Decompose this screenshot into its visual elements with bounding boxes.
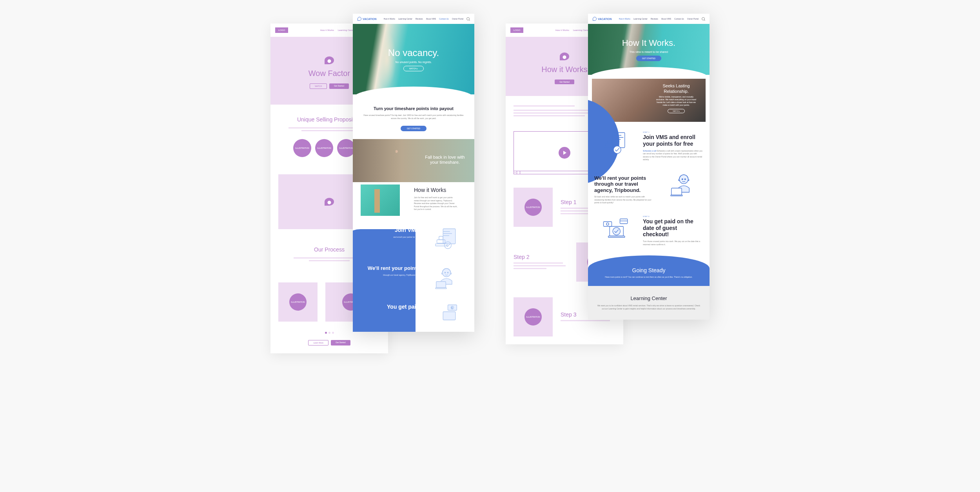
play-icon[interactable] [559, 147, 570, 159]
text-line [514, 262, 563, 264]
mk-nav: VACATION How it Works Learning Center Re… [353, 14, 474, 24]
seeks-body: We're nimble, transparent, and mutually … [655, 96, 698, 107]
text-line [514, 268, 546, 269]
step-body: and enroll your points for free. [359, 236, 419, 239]
nav-item[interactable]: How it Works [619, 18, 630, 20]
get-started-button[interactable]: Get Started [329, 83, 349, 89]
step-label: Step 2 [514, 254, 568, 260]
text-line [514, 112, 600, 114]
step-title: You get paid [359, 304, 419, 310]
nav-item[interactable]: Owner Portal [687, 18, 699, 20]
mk-nav-links: How it Works Learning Center Reviews Abo… [619, 17, 705, 20]
hiw-desc: Join for free and we'll work to get your… [414, 196, 459, 211]
svg-rect-3 [436, 244, 447, 246]
svg-rect-8 [436, 282, 446, 288]
svg-rect-24 [604, 222, 612, 226]
dot-icon[interactable] [325, 332, 327, 334]
step-row: You get paid $ [353, 297, 474, 332]
step-title: Join VMS and enroll your points for free [643, 134, 703, 147]
nav-item[interactable]: Reviews [651, 18, 658, 20]
get-started-button[interactable]: Get Started [331, 340, 350, 345]
wf-footer-btns: Learn More Get Started [270, 336, 388, 353]
mk-logo[interactable]: VACATION [358, 17, 377, 21]
dot-icon[interactable] [332, 332, 334, 334]
svg-rect-22 [671, 188, 682, 195]
nav-item[interactable]: How it Works [384, 18, 395, 20]
hiw-title: How it Works [414, 187, 459, 193]
mk-logo[interactable]: VACATION [593, 17, 612, 21]
svg-rect-29 [608, 236, 625, 237]
search-icon[interactable] [466, 17, 470, 20]
step-row: Join VMS and enroll your points for free… [353, 221, 474, 259]
step-row: STEP 1 Join VMS and enroll your points f… [588, 126, 710, 167]
mockup-home: VACATION How it Works Learning Center Re… [353, 14, 474, 332]
photo-overlay-text: Fall back in love withyour timeshare. [423, 155, 466, 166]
step-row: STEP 3 You get paid on the date of guest… [588, 210, 710, 251]
nav-item[interactable]: About VMS [661, 18, 671, 20]
illustration-placeholder: ILLUSTRATION [315, 139, 333, 157]
wf-nav-item[interactable]: Learning Center [338, 29, 355, 31]
line-2: your timeshare. [430, 160, 460, 165]
step-body: Sit back and relax while we work to matc… [594, 195, 655, 204]
steady-title: Going Steady [596, 267, 702, 273]
mockup-how: VACATION How it Works Learning Center Re… [588, 14, 710, 320]
wf-nav-item[interactable]: How it Works [320, 29, 334, 31]
step-text: We'll rent your points through our trave… [359, 264, 419, 277]
usp-desc: Have unused timeshare points? No big dea… [361, 114, 466, 120]
step-label: STEP 1 [643, 131, 703, 133]
nav-item[interactable]: Reviews [416, 18, 423, 20]
money-icon: $ [425, 303, 468, 330]
wf-thumb: ILLUSTRATION [514, 297, 553, 336]
steady-body: Have more points to rent? You can contin… [596, 276, 702, 278]
nav-item[interactable]: Owner Portal [452, 18, 463, 20]
get-started-button[interactable]: Get Started [555, 80, 574, 84]
mk-couple-photo: Fall back in love withyour timeshare. [353, 139, 474, 182]
seeks-text: Seeks Lasting Relationship. We're nimble… [655, 83, 698, 113]
watch-button[interactable]: WATCH ▸ [403, 66, 424, 71]
dot-icon[interactable] [328, 332, 330, 334]
nav-item[interactable]: Learning Center [398, 18, 412, 20]
step-title: You get paid on the date of guest checko… [643, 218, 703, 238]
svg-point-7 [447, 272, 448, 273]
step-text: STEP 2 We'll rent your points through ou… [594, 172, 655, 204]
watch-button[interactable]: WATCH [310, 83, 327, 89]
wf-nav-item[interactable]: Learning Center [573, 29, 590, 31]
learning-center-section: Learning Center We want you to be confid… [588, 286, 710, 320]
step-text: STEP 3 You get paid on the date of guest… [643, 215, 703, 246]
illustration-placeholder: ILLUSTRATION [524, 308, 542, 326]
stamp-icon [425, 226, 468, 253]
schedule-link[interactable]: Schedule a call [643, 150, 656, 152]
seeks-title: Seeks Lasting Relationship. [655, 83, 698, 94]
step-row: STEP 2 We'll rent your points through ou… [588, 167, 710, 210]
step-body: Turn those unused points into cash. We p… [643, 240, 703, 246]
svg-text:$: $ [451, 306, 453, 309]
nav-item[interactable]: About VMS [426, 18, 436, 20]
mk-nav-links: How it Works Learning Center Reviews Abo… [384, 17, 470, 20]
learn-more-button[interactable]: Learn More [308, 340, 328, 345]
hero-title: No vacancy. [388, 47, 439, 58]
going-steady-section: Going Steady Have more points to rent? Y… [588, 255, 710, 286]
step-text: STEP 1 Join VMS and enroll your points f… [643, 131, 703, 161]
wf-nav-item[interactable]: How it Works [555, 29, 569, 31]
svg-rect-26 [620, 219, 628, 224]
watch-button[interactable]: WATCH ▸ [668, 109, 684, 113]
mk-hero: No vacancy. No unused points. No regrets… [353, 24, 474, 94]
svg-point-21 [684, 179, 686, 180]
get-started-button[interactable]: GET STARTED [401, 126, 426, 131]
nav-item[interactable]: Learning Center [633, 18, 648, 20]
nav-item[interactable]: Contact Us [439, 18, 449, 20]
step-text: Join VMS and enroll your points for free… [359, 226, 419, 239]
search-icon[interactable] [702, 17, 705, 20]
text-line [514, 110, 600, 111]
get-started-button[interactable]: GET STARTED [636, 56, 661, 61]
svg-rect-14 [612, 133, 625, 148]
hero-subtitle: This view is meant to be shared [630, 51, 668, 53]
agent-icon [425, 264, 468, 292]
nav-item[interactable]: Contact Us [674, 18, 684, 20]
illustration-placeholder: ILLUSTRATION [524, 199, 542, 216]
lc-body: We want you to be confident about VMS re… [596, 304, 702, 310]
text-line [514, 105, 575, 107]
placeholder-icon [560, 52, 569, 60]
step-title: We'll rent your points through our trave… [594, 175, 655, 194]
pair-home: LOGO How it Works Learning Center Review… [270, 24, 474, 353]
